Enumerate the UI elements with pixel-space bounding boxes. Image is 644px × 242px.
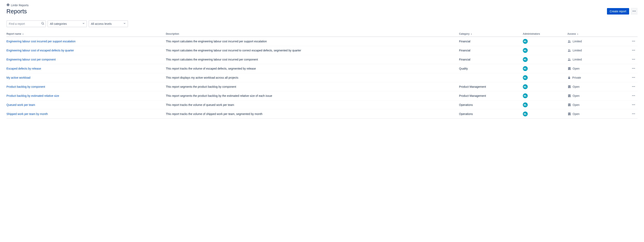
admin-avatar[interactable]: ML — [523, 102, 528, 107]
admin-avatar[interactable]: ML — [523, 48, 528, 53]
admin-avatar[interactable]: ML — [523, 84, 528, 89]
table-row: Engineering labour cost per componentThi… — [6, 55, 638, 64]
svg-rect-28 — [569, 69, 569, 70]
report-link[interactable]: Escaped defects by release — [6, 67, 41, 70]
search-input[interactable] — [6, 20, 46, 27]
table-row: Shipped work per team by monthThis repor… — [6, 109, 638, 118]
report-link[interactable]: Engineering labour cost incurred per sup… — [6, 40, 76, 43]
svg-point-70 — [633, 113, 634, 114]
report-description: This report calculates the engineering l… — [166, 55, 459, 64]
breadcrumb-label[interactable]: Limbr Reports — [11, 4, 28, 7]
svg-point-15 — [632, 50, 633, 50]
row-more-button[interactable] — [631, 39, 636, 43]
report-description: This report calculates the engineering l… — [166, 46, 459, 55]
access-label: Limited — [573, 49, 582, 52]
category-filter[interactable]: All categories — [48, 20, 87, 27]
access-label: Private — [572, 76, 581, 79]
admin-avatar[interactable]: ML — [523, 75, 528, 80]
svg-rect-64 — [568, 113, 569, 113]
svg-point-30 — [633, 68, 634, 69]
report-description: This report segments the product backlog… — [166, 91, 459, 100]
page-title: Reports — [6, 8, 27, 15]
row-more-button[interactable] — [631, 94, 636, 97]
svg-rect-40 — [570, 86, 570, 87]
access-label: Limited — [573, 40, 582, 43]
svg-rect-49 — [570, 96, 570, 96]
svg-rect-41 — [569, 87, 569, 88]
report-category: Operations — [459, 100, 523, 109]
row-more-button[interactable] — [631, 103, 636, 106]
svg-rect-47 — [570, 95, 570, 95]
report-category: Financial — [459, 46, 523, 55]
admin-avatar[interactable]: ML — [523, 66, 528, 71]
page-more-button[interactable] — [631, 8, 638, 15]
row-more-button[interactable] — [631, 112, 636, 115]
create-report-button[interactable]: Create report — [607, 8, 629, 15]
col-header-access[interactable]: Access ▲▼ — [568, 31, 618, 37]
row-more-button[interactable] — [631, 48, 636, 52]
row-more-button[interactable] — [631, 76, 636, 79]
svg-point-69 — [632, 113, 633, 114]
table-row: Engineering labour cost incurred per sup… — [6, 37, 638, 46]
row-more-button[interactable] — [631, 67, 636, 70]
admin-avatar[interactable]: ML — [523, 39, 528, 44]
table-row: My active workloadThis report displays m… — [6, 73, 638, 82]
svg-rect-37 — [568, 86, 569, 86]
admin-avatar[interactable]: ML — [523, 57, 528, 62]
report-description: This report tracks the volume of escaped… — [166, 64, 459, 73]
report-category: Operations — [459, 109, 523, 118]
svg-rect-26 — [568, 68, 569, 69]
svg-point-35 — [634, 77, 635, 78]
svg-point-33 — [632, 77, 633, 78]
table-row: Product backlog by componentThis report … — [6, 82, 638, 91]
svg-rect-48 — [568, 96, 569, 96]
access-label: Open — [573, 94, 580, 97]
sort-icon: ▲▼ — [22, 33, 24, 35]
svg-rect-68 — [569, 114, 569, 115]
svg-rect-25 — [570, 68, 570, 68]
col-header-description: Description — [166, 31, 459, 37]
svg-rect-66 — [568, 114, 569, 114]
table-row: Escaped defects by releaseThis report tr… — [6, 64, 638, 73]
lock-icon — [568, 76, 571, 79]
row-more-button[interactable] — [631, 57, 636, 61]
admin-avatar[interactable]: ML — [523, 93, 528, 98]
svg-rect-46 — [568, 95, 569, 95]
report-link[interactable]: My active workload — [6, 76, 30, 79]
svg-point-8 — [568, 40, 569, 41]
svg-point-34 — [633, 77, 634, 78]
report-link[interactable]: Engineering labour cost of escaped defec… — [6, 49, 74, 52]
group-icon — [568, 58, 571, 61]
col-header-name[interactable]: Report name ▲▼ — [6, 31, 166, 37]
report-link[interactable]: Engineering labour cost per component — [6, 58, 56, 61]
svg-rect-27 — [570, 68, 570, 69]
building-icon — [568, 85, 571, 88]
svg-point-62 — [634, 104, 635, 105]
svg-point-43 — [633, 86, 634, 87]
svg-rect-38 — [570, 86, 570, 86]
breadcrumb: Limbr Reports — [6, 3, 638, 7]
svg-rect-56 — [570, 104, 570, 104]
report-link[interactable]: Product backlog by component — [6, 85, 45, 88]
report-link[interactable]: Shipped work per team by month — [6, 112, 48, 115]
report-link[interactable]: Queued work per team — [6, 103, 35, 106]
svg-rect-55 — [568, 104, 569, 104]
svg-point-51 — [632, 95, 633, 96]
svg-point-13 — [568, 49, 569, 50]
svg-point-21 — [633, 59, 634, 59]
svg-rect-39 — [568, 86, 569, 87]
report-description: This report tracks the volume of queued … — [166, 100, 459, 109]
col-header-category[interactable]: Category ▲▼ — [459, 31, 523, 37]
svg-point-29 — [632, 68, 633, 69]
access-filter[interactable]: All access levels — [88, 20, 128, 27]
access-label: Open — [573, 103, 580, 106]
report-description: This report calculates the engineering l… — [166, 37, 459, 46]
report-category: Product Management — [459, 82, 523, 91]
row-more-button[interactable] — [631, 85, 636, 88]
svg-rect-65 — [570, 113, 570, 113]
svg-point-42 — [632, 86, 633, 87]
sort-icon: ▲▼ — [577, 33, 578, 35]
admin-avatar[interactable]: ML — [523, 111, 528, 116]
svg-point-9 — [570, 41, 570, 41]
report-link[interactable]: Product backlog by estimated relative si… — [6, 94, 59, 97]
